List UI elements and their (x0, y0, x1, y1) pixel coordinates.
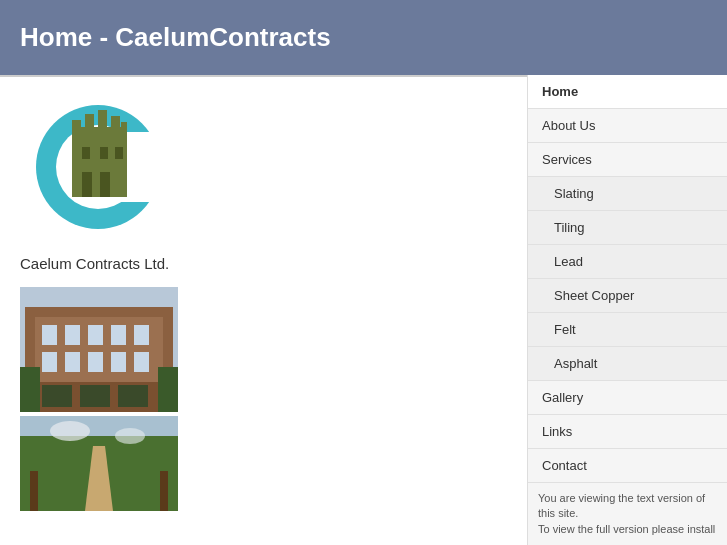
sidebar-item-slating[interactable]: Slating (528, 177, 727, 211)
svg-rect-21 (134, 325, 149, 345)
sidebar-item-contact[interactable]: Contact (528, 449, 727, 483)
svg-rect-28 (42, 385, 72, 407)
svg-rect-9 (82, 172, 92, 197)
svg-rect-17 (42, 325, 57, 345)
logo-container (20, 92, 507, 245)
svg-rect-20 (111, 325, 126, 345)
sidebar-item-links[interactable]: Links (528, 415, 727, 449)
sidebar-footer-note: You are viewing the text version of this… (528, 483, 727, 545)
svg-rect-7 (111, 116, 120, 132)
svg-rect-4 (72, 120, 81, 132)
main-layout: Caelum Contracts Ltd. (0, 75, 727, 545)
svg-rect-25 (111, 352, 126, 372)
sidebar-item-felt[interactable]: Felt (528, 313, 727, 347)
svg-rect-31 (20, 367, 40, 412)
company-name: Caelum Contracts Ltd. (20, 255, 507, 272)
svg-rect-22 (42, 352, 57, 372)
svg-rect-10 (100, 172, 110, 197)
svg-rect-32 (158, 367, 178, 412)
svg-rect-23 (65, 352, 80, 372)
sidebar-item-asphalt[interactable]: Asphalt (528, 347, 727, 381)
company-logo (20, 92, 175, 237)
page-header: Home - CaelumContracts (0, 0, 727, 75)
svg-rect-12 (100, 147, 108, 159)
svg-rect-18 (65, 325, 80, 345)
building-photo-1 (20, 287, 178, 412)
page-title: Home - CaelumContracts (20, 22, 331, 53)
svg-rect-11 (82, 147, 90, 159)
svg-rect-13 (115, 147, 123, 159)
svg-rect-8 (121, 122, 127, 132)
building-photo-2 (20, 416, 178, 511)
svg-rect-30 (118, 385, 148, 407)
svg-point-38 (50, 421, 90, 441)
svg-rect-24 (88, 352, 103, 372)
svg-rect-36 (30, 471, 38, 511)
sidebar-item-about-us[interactable]: About Us (528, 109, 727, 143)
sidebar: Home About Us Services Slating Tiling Le… (527, 75, 727, 545)
svg-rect-3 (72, 127, 127, 197)
sidebar-item-gallery[interactable]: Gallery (528, 381, 727, 415)
svg-rect-6 (98, 110, 107, 132)
sidebar-item-home[interactable]: Home (528, 75, 727, 109)
svg-point-39 (115, 428, 145, 444)
svg-rect-26 (134, 352, 149, 372)
svg-rect-29 (80, 385, 110, 407)
sidebar-item-services[interactable]: Services (528, 143, 727, 177)
content-area: Caelum Contracts Ltd. (0, 75, 527, 545)
sidebar-item-sheet-copper[interactable]: Sheet Copper (528, 279, 727, 313)
sidebar-item-lead[interactable]: Lead (528, 245, 727, 279)
svg-rect-37 (160, 471, 168, 511)
svg-rect-19 (88, 325, 103, 345)
sidebar-item-tiling[interactable]: Tiling (528, 211, 727, 245)
svg-rect-5 (85, 114, 94, 132)
